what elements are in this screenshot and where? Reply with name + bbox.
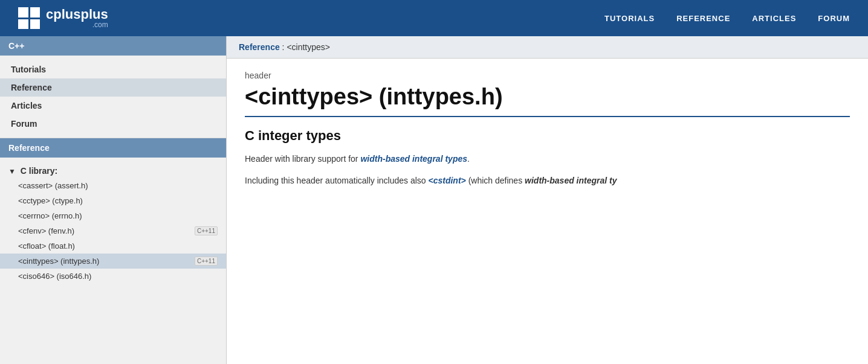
sidebar-cerrno[interactable]: <cerrno> (errno.h) xyxy=(0,208,226,223)
sidebar-ref-section: ▼ C library: <cassert> (assert.h) <cctyp… xyxy=(0,158,226,290)
sidebar-main-nav: Tutorials Reference Articles Forum xyxy=(0,56,226,138)
logo-dotcom: .com xyxy=(46,21,108,28)
sidebar-item-tutorials[interactable]: Tutorials xyxy=(0,60,226,78)
page-layout: C++ Tutorials Reference Articles Forum R… xyxy=(0,36,868,364)
ref-item-label: <cfloat> (float.h) xyxy=(18,241,75,251)
arrow-icon: ▼ xyxy=(8,167,16,176)
sidebar-item-forum[interactable]: Forum xyxy=(0,115,226,133)
sidebar-item-reference[interactable]: Reference xyxy=(0,78,226,97)
ref-item-label: <cinttypes> (inttypes.h) xyxy=(18,257,99,266)
nav-reference[interactable]: REFERENCE xyxy=(676,14,730,23)
para1-suffix: . xyxy=(467,154,470,164)
nav-forum[interactable]: FORUM xyxy=(818,14,850,23)
content-paragraph-2: Including this header automatically incl… xyxy=(245,174,850,187)
main-content: Reference : <cinttypes> header <cinttype… xyxy=(227,36,868,364)
breadcrumb: Reference : <cinttypes> xyxy=(227,36,868,59)
sidebar-cassert[interactable]: <cassert> (assert.h) xyxy=(0,178,226,193)
para2-suffix: (which defines xyxy=(466,176,525,185)
logo-text: cplusplus .com xyxy=(46,8,108,28)
breadcrumb-current: <cinttypes> xyxy=(287,42,330,52)
sidebar-cpp-header: C++ xyxy=(0,36,226,56)
ref-item-label: <ciso646> (iso646.h) xyxy=(18,272,91,281)
para2-strong: width-based integral ty xyxy=(525,176,617,185)
nav-articles[interactable]: ARTICLES xyxy=(752,14,796,23)
badge: C++11 xyxy=(195,226,218,235)
ref-item-label: <cerrno> (errno.h) xyxy=(18,211,82,220)
para2-link[interactable]: <cstdint> xyxy=(429,176,466,185)
breadcrumb-separator: : xyxy=(280,42,287,52)
clibrary-label: C library: xyxy=(21,166,57,176)
logo-icon xyxy=(18,7,40,29)
nav-tutorials[interactable]: TUTORIALS xyxy=(604,14,655,23)
sidebar-cfenv[interactable]: <cfenv> (fenv.h) C++11 xyxy=(0,223,226,238)
ref-item-label: <cfenv> (fenv.h) xyxy=(18,226,74,235)
para1-prefix: Header with library support for xyxy=(245,154,360,164)
header-label: header xyxy=(245,71,850,80)
sidebar-cinttypes[interactable]: <cinttypes> (inttypes.h) C++11 xyxy=(0,254,226,269)
ref-item-label: <cassert> (assert.h) xyxy=(18,181,88,190)
content-paragraph-1: Header with library support for width-ba… xyxy=(245,152,850,165)
badge: C++11 xyxy=(195,257,218,266)
sidebar-clibrary-title: ▼ C library: xyxy=(0,164,226,178)
para2-prefix: Including this header automatically incl… xyxy=(245,176,429,185)
sidebar-cctype[interactable]: <cctype> (ctype.h) xyxy=(0,193,226,208)
ref-item-label: <cctype> (ctype.h) xyxy=(18,196,83,205)
site-header: cplusplus .com TUTORIALS REFERENCE ARTIC… xyxy=(0,0,868,36)
logo-area: cplusplus .com xyxy=(18,7,108,29)
page-title: <cinttypes> (inttypes.h) xyxy=(245,84,850,117)
sidebar-cfloat[interactable]: <cfloat> (float.h) xyxy=(0,238,226,254)
sidebar-ciso646[interactable]: <ciso646> (iso646.h) xyxy=(0,269,226,284)
breadcrumb-ref-link[interactable]: Reference xyxy=(239,42,280,52)
content-subtitle: C integer types xyxy=(245,128,850,144)
sidebar-item-articles[interactable]: Articles xyxy=(0,97,226,115)
para1-link[interactable]: width-based integral types xyxy=(360,154,467,164)
sidebar-ref-header: Reference xyxy=(0,138,226,158)
logo-name: cplusplus xyxy=(46,7,108,22)
main-nav: TUTORIALS REFERENCE ARTICLES FORUM xyxy=(604,14,850,23)
page-content: header <cinttypes> (inttypes.h) C intege… xyxy=(227,59,868,208)
sidebar: C++ Tutorials Reference Articles Forum R… xyxy=(0,36,227,364)
